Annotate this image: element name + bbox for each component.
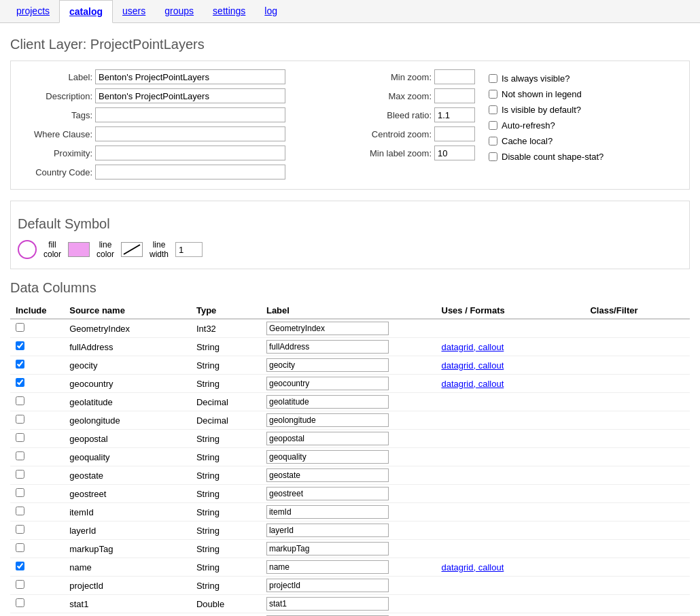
client-layer-section: Label: Description: Tags: Where Clause: …: [10, 61, 690, 190]
include-checkbox[interactable]: [16, 415, 24, 424]
uses-cell[interactable]: datagrid, callout: [436, 375, 585, 393]
th-uses-formats: Uses / Formats: [436, 303, 585, 319]
source-name-cell: geoquality: [64, 448, 191, 466]
source-name-cell: geocity: [64, 356, 191, 375]
label-input[interactable]: [266, 358, 389, 372]
th-label: Label: [261, 303, 436, 319]
label-input[interactable]: [95, 69, 285, 84]
nav-users[interactable]: users: [113, 0, 155, 22]
label-input[interactable]: [266, 487, 389, 500]
label-input[interactable]: [266, 450, 389, 464]
min-zoom-row: Min zoom:: [357, 69, 475, 84]
table-row: geostateString: [10, 466, 690, 485]
uses-cell: [436, 448, 585, 466]
label-input[interactable]: [266, 322, 389, 335]
line-width-input[interactable]: [175, 242, 203, 257]
include-checkbox[interactable]: [16, 396, 24, 405]
label-input[interactable]: [266, 377, 389, 390]
type-cell: String: [191, 577, 261, 595]
include-checkbox[interactable]: [16, 525, 24, 534]
nav-groups[interactable]: groups: [155, 0, 203, 22]
table-row: geocityStringdatagrid, callout: [10, 356, 690, 375]
include-checkbox[interactable]: [16, 433, 24, 442]
label-input[interactable]: [266, 468, 389, 482]
label-input[interactable]: [266, 505, 389, 519]
include-checkbox[interactable]: [16, 323, 24, 332]
type-cell: String: [191, 466, 261, 485]
not-in-legend-checkbox[interactable]: [489, 90, 497, 99]
min-zoom-label: Min zoom:: [357, 72, 432, 82]
include-checkbox[interactable]: [16, 360, 24, 369]
label-input[interactable]: [266, 560, 389, 574]
include-checkbox[interactable]: [16, 470, 24, 479]
table-row: geoqualityString: [10, 448, 690, 466]
uses-cell[interactable]: datagrid, callout: [436, 356, 585, 375]
uses-cell: [436, 540, 585, 558]
uses-cell[interactable]: datagrid, callout: [436, 338, 585, 356]
source-name-cell: geostate: [64, 466, 191, 485]
uses-cell: [436, 485, 585, 503]
description-input[interactable]: [95, 88, 285, 103]
auto-refresh-checkbox[interactable]: [489, 121, 497, 130]
include-checkbox[interactable]: [16, 543, 24, 552]
source-name-cell: name: [64, 558, 191, 577]
include-checkbox[interactable]: [16, 562, 24, 570]
cache-local-label: Cache local?: [502, 136, 553, 146]
uses-cell[interactable]: datagrid, callout: [436, 558, 585, 577]
label-input[interactable]: [266, 413, 389, 427]
visible-default-checkbox[interactable]: [489, 105, 497, 114]
type-cell: String: [191, 558, 261, 577]
source-name-cell: stat2: [64, 613, 191, 617]
label-input[interactable]: [266, 579, 389, 592]
source-name-cell: geopostal: [64, 430, 191, 448]
uses-cell: [436, 411, 585, 430]
min-zoom-input[interactable]: [434, 69, 475, 84]
include-checkbox[interactable]: [16, 598, 24, 607]
tags-input[interactable]: [95, 107, 285, 122]
include-checkbox[interactable]: [16, 488, 24, 497]
bleed-ratio-input[interactable]: [434, 107, 475, 122]
centroid-zoom-input[interactable]: [434, 126, 475, 141]
uses-cell: [436, 393, 585, 411]
data-columns-table: Include Source name Type Label Uses / Fo…: [10, 303, 690, 616]
include-checkbox[interactable]: [16, 507, 24, 515]
min-label-zoom-input[interactable]: [434, 146, 475, 160]
label-input[interactable]: [266, 432, 389, 445]
fill-color-swatch[interactable]: [68, 242, 90, 257]
nav-projects[interactable]: projects: [7, 0, 59, 22]
nav-log[interactable]: log: [255, 0, 287, 22]
description-label: Description:: [18, 91, 92, 101]
type-cell: Decimal: [191, 393, 261, 411]
max-zoom-row: Max zoom:: [357, 88, 475, 103]
cache-local-checkbox[interactable]: [489, 137, 497, 146]
th-type: Type: [191, 303, 261, 319]
cache-local-row: Cache local?: [489, 136, 603, 146]
label-input[interactable]: [266, 395, 389, 409]
uses-cell: [436, 577, 585, 595]
class-filter-cell: [584, 411, 690, 430]
proximity-input[interactable]: [95, 146, 285, 160]
source-name-cell: fullAddress: [64, 338, 191, 356]
disable-count-checkbox[interactable]: [489, 152, 497, 161]
always-visible-row: Is always visible?: [489, 73, 603, 84]
label-input[interactable]: [266, 340, 389, 354]
default-symbol-section: Default Symbol fill color line color lin…: [10, 201, 690, 269]
where-clause-input[interactable]: [95, 126, 285, 141]
source-name-cell: geostreet: [64, 485, 191, 503]
label-input[interactable]: [266, 542, 389, 555]
label-input[interactable]: [266, 524, 389, 537]
nav-catalog[interactable]: catalog: [59, 0, 113, 23]
include-checkbox[interactable]: [16, 378, 24, 387]
country-code-input[interactable]: [95, 165, 285, 179]
always-visible-checkbox[interactable]: [489, 74, 497, 83]
include-checkbox[interactable]: [16, 580, 24, 589]
type-cell: String: [191, 540, 261, 558]
max-zoom-input[interactable]: [434, 88, 475, 103]
line-color-swatch[interactable]: [121, 242, 143, 257]
class-filter-cell: [584, 393, 690, 411]
include-checkbox[interactable]: [16, 341, 24, 350]
nav-settings[interactable]: settings: [203, 0, 255, 22]
always-visible-label: Is always visible?: [502, 73, 570, 84]
label-input[interactable]: [266, 597, 389, 611]
include-checkbox[interactable]: [16, 451, 24, 460]
